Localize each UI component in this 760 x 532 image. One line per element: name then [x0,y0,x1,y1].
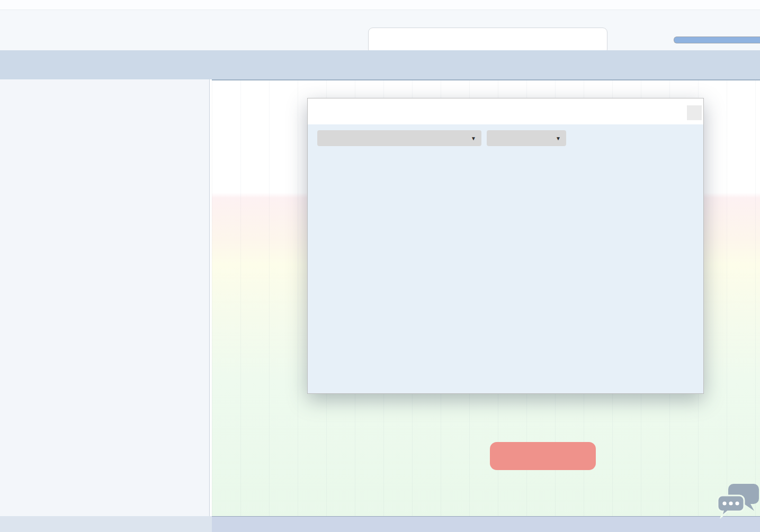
chevron-down-icon: ▼ [471,136,476,141]
sidebar-opened-files [0,79,210,516]
chat-bubbles-icon [716,483,760,519]
transport-toolbar [0,10,760,50]
fft-window-dropdown[interactable]: ▼ [317,130,481,146]
audio-editor-window: ▼ ▼ [0,0,760,532]
edit-toolbar [0,50,760,79]
chat-widget[interactable] [716,483,760,521]
sidebar-footer [0,516,212,532]
menu-bar [0,0,760,10]
close-icon[interactable] [687,105,702,120]
fft-scale-dropdown[interactable]: ▼ [487,130,566,146]
chevron-down-icon: ▼ [556,136,561,141]
timeline-ruler[interactable] [212,516,760,532]
sidebar-header [0,79,209,119]
fft-dialog[interactable]: ▼ ▼ [307,98,704,394]
fft-dialog-titlebar[interactable] [308,98,703,124]
volume-slider[interactable] [674,37,760,43]
translate-overlay-toolbar [490,442,596,470]
